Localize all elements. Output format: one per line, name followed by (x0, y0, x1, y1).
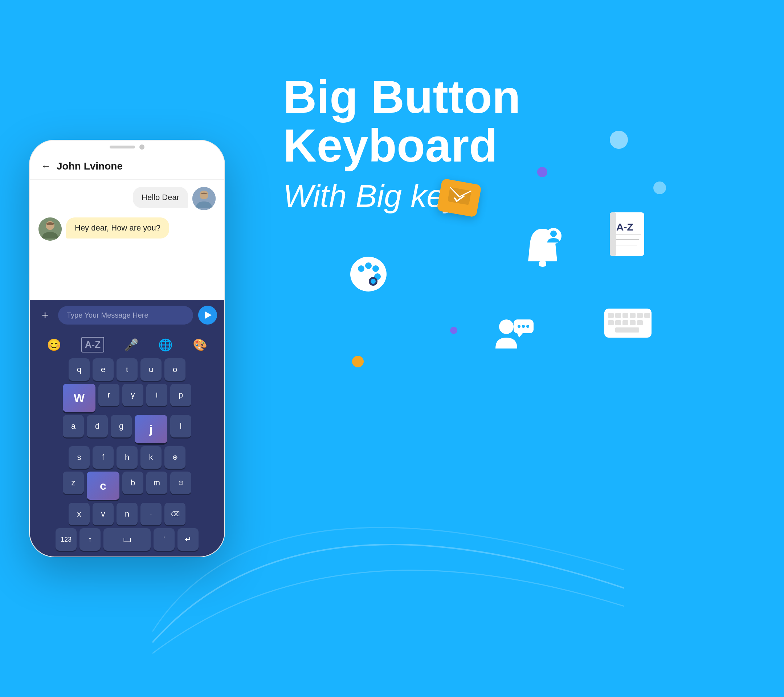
svg-rect-36 (644, 313, 650, 318)
contact-name: John Lvinone (57, 160, 123, 172)
key-r[interactable]: r (98, 384, 119, 406)
svg-rect-6 (448, 187, 471, 205)
key-n[interactable]: n (117, 503, 138, 525)
plus-button[interactable]: + (37, 307, 53, 323)
key-h[interactable]: h (117, 446, 138, 469)
key-W[interactable]: W (63, 384, 96, 412)
keyboard-feature-icon (603, 305, 653, 343)
key-x[interactable]: x (69, 503, 90, 525)
key-row-2: W r y i p (30, 382, 224, 414)
chat-person-feature-icon (490, 312, 534, 357)
svg-rect-31 (608, 313, 614, 318)
key-b[interactable]: b (122, 471, 143, 494)
key-f[interactable]: f (92, 446, 114, 469)
key-row-3: a d g j l (30, 414, 224, 445)
key-u[interactable]: u (140, 358, 161, 381)
key-row-1: q e t u o (30, 357, 224, 382)
notch-speaker (110, 145, 135, 148)
dot-blue-1 (610, 131, 628, 149)
key-space[interactable]: ⌴ (104, 528, 151, 551)
message-input-area: + Type Your Message Here (30, 300, 224, 330)
svg-point-14 (372, 265, 379, 272)
palette-feature-icon (348, 254, 389, 295)
key-o[interactable]: o (165, 358, 186, 381)
key-l[interactable]: l (170, 415, 191, 437)
svg-text:A-Z: A-Z (616, 221, 633, 233)
message-input[interactable]: Type Your Message Here (58, 306, 193, 325)
svg-rect-19 (610, 213, 616, 256)
chat-person-icon (490, 312, 534, 356)
svg-point-24 (499, 320, 514, 334)
key-s[interactable]: s (69, 446, 90, 469)
main-heading: Big ButtonKeyboard (283, 73, 740, 170)
key-j[interactable]: j (135, 415, 167, 443)
svg-point-28 (522, 325, 525, 328)
key-g[interactable]: g (111, 415, 132, 437)
translate-icon[interactable]: 🌐 (158, 338, 173, 352)
svg-rect-33 (623, 313, 628, 318)
keyboard-small-icon (603, 305, 653, 341)
dictionary-feature-icon: A-Z (606, 211, 650, 263)
key-q[interactable]: q (69, 358, 90, 381)
svg-rect-37 (608, 320, 614, 325)
svg-rect-39 (623, 320, 628, 325)
message-outgoing: Hello Dear (38, 187, 216, 210)
person2-avatar (38, 218, 62, 241)
svg-rect-38 (615, 320, 621, 325)
bell-icon (519, 225, 566, 280)
svg-point-27 (517, 325, 520, 328)
palette-icon (348, 254, 389, 294)
svg-rect-41 (637, 320, 643, 325)
svg-rect-40 (630, 320, 636, 325)
svg-point-12 (358, 265, 364, 272)
theme-icon[interactable]: 🎨 (193, 338, 207, 352)
dot-orange (352, 356, 364, 367)
arc-decoration (152, 443, 624, 661)
svg-point-17 (371, 279, 376, 284)
message-incoming: Hey dear, How are you? (38, 218, 216, 241)
key-e[interactable]: e (92, 358, 114, 381)
key-123[interactable]: 123 (56, 528, 77, 551)
key-c[interactable]: c (87, 471, 119, 500)
svg-rect-42 (615, 328, 639, 333)
dot-blue-2 (653, 181, 666, 194)
envelope-icon (447, 187, 471, 209)
back-button[interactable]: ← (41, 160, 51, 172)
dot-purple-2 (450, 327, 457, 334)
svg-rect-32 (615, 313, 621, 318)
chat-messages: Hello Dear (30, 180, 224, 300)
dot-purple-1 (537, 167, 547, 177)
svg-point-10 (550, 231, 557, 237)
svg-point-8 (539, 263, 546, 267)
svg-rect-35 (637, 313, 643, 318)
key-y[interactable]: y (122, 384, 143, 406)
right-section: Big ButtonKeyboard With Big keys (225, 0, 784, 697)
svg-point-2 (199, 191, 208, 199)
envelope-feature-icon (439, 181, 479, 214)
svg-point-13 (365, 262, 372, 269)
svg-point-11 (350, 257, 387, 292)
key-shift[interactable]: ↑ (79, 528, 100, 551)
notch-camera (139, 145, 145, 150)
svg-point-29 (526, 325, 529, 328)
key-d[interactable]: d (87, 415, 108, 437)
key-v[interactable]: v (92, 503, 114, 525)
svg-marker-26 (517, 333, 523, 338)
key-a[interactable]: a (63, 415, 84, 437)
person1-avatar (193, 187, 216, 210)
bubble-incoming: Hey dear, How are you? (66, 218, 169, 239)
key-t[interactable]: t (117, 358, 138, 381)
key-z[interactable]: z (63, 471, 84, 494)
emoji-icon[interactable]: 😊 (47, 338, 61, 352)
phone-notch (91, 140, 163, 153)
dictionary-icon[interactable]: A-Z (81, 337, 104, 353)
keyboard-toolbar: 😊 A-Z 🎤 🌐 🎨 (30, 334, 224, 357)
bell-feature-icon (519, 225, 566, 281)
avatar-outgoing (193, 187, 216, 210)
key-p[interactable]: p (170, 384, 191, 406)
send-button[interactable] (198, 306, 217, 325)
svg-rect-34 (630, 313, 636, 318)
mic-icon[interactable]: 🎤 (124, 338, 138, 352)
key-i[interactable]: i (146, 384, 167, 406)
bubble-outgoing: Hello Dear (133, 187, 188, 208)
